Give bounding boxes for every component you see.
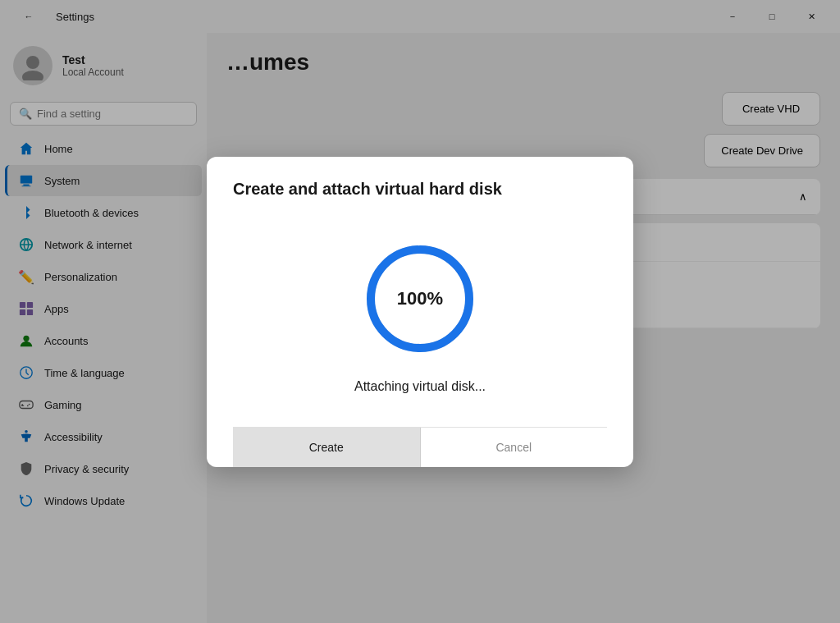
progress-container: 100% Attaching virtual disk... (233, 225, 607, 420)
modal-footer: Create Cancel (233, 427, 607, 467)
status-text: Attaching virtual disk... (354, 379, 486, 394)
modal-overlay: Create and attach virtual hard disk 100%… (0, 0, 840, 623)
progress-percent: 100% (397, 288, 443, 309)
modal-dialog: Create and attach virtual hard disk 100%… (207, 157, 633, 467)
modal-cancel-button[interactable]: Cancel (421, 428, 608, 467)
circle-progress: 100% (363, 241, 477, 356)
modal-title: Create and attach virtual hard disk (233, 180, 607, 199)
modal-create-button[interactable]: Create (233, 428, 421, 467)
